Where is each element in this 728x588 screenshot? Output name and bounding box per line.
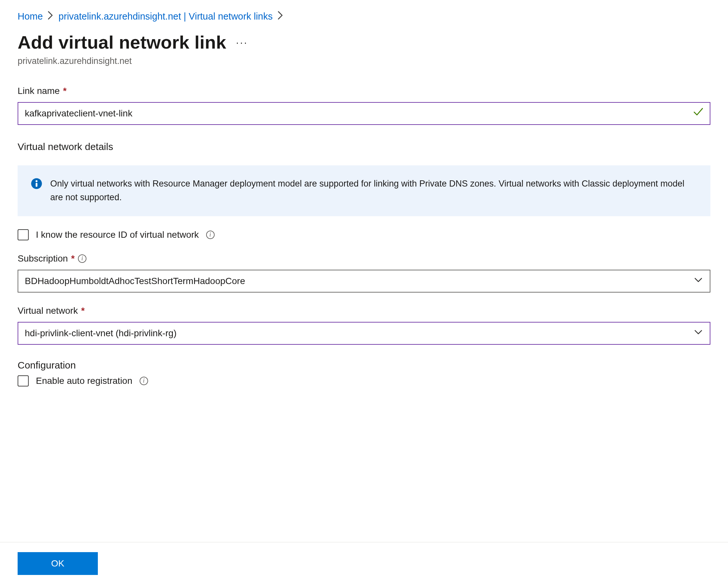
- info-icon: [31, 178, 42, 205]
- enable-auto-registration-label: Enable auto registration: [36, 376, 132, 386]
- configuration-heading: Configuration: [18, 360, 710, 371]
- know-resource-id-checkbox[interactable]: [18, 229, 29, 240]
- vnet-details-heading: Virtual network details: [18, 141, 710, 152]
- breadcrumb: Home privatelink.azurehdinsight.net | Vi…: [18, 4, 710, 22]
- info-banner-text: Only virtual networks with Resource Mana…: [50, 177, 697, 205]
- footer-bar: OK: [0, 542, 728, 588]
- info-banner: Only virtual networks with Resource Mana…: [18, 165, 710, 216]
- info-icon[interactable]: i: [78, 254, 86, 263]
- chevron-down-icon: [693, 327, 703, 339]
- svg-rect-2: [36, 183, 37, 187]
- page-title: Add virtual network link: [18, 31, 226, 53]
- page-subtitle: privatelink.azurehdinsight.net: [18, 56, 710, 66]
- breadcrumb-home[interactable]: Home: [18, 11, 43, 22]
- link-name-input[interactable]: [18, 102, 710, 125]
- required-indicator: *: [63, 86, 66, 96]
- breadcrumb-parent[interactable]: privatelink.azurehdinsight.net | Virtual…: [58, 11, 273, 22]
- subscription-label: Subscription * i: [18, 253, 710, 264]
- virtual-network-label: Virtual network *: [18, 306, 710, 316]
- required-indicator: *: [81, 306, 85, 316]
- more-actions-icon[interactable]: ···: [236, 37, 248, 48]
- info-icon[interactable]: i: [140, 377, 148, 385]
- required-indicator: *: [71, 253, 75, 264]
- info-icon[interactable]: i: [206, 231, 215, 239]
- ok-button[interactable]: OK: [18, 552, 98, 575]
- enable-auto-registration-checkbox[interactable]: [18, 375, 29, 386]
- chevron-right-icon: [278, 11, 283, 22]
- subscription-select[interactable]: BDHadoopHumboldtAdhocTestShortTermHadoop…: [18, 270, 710, 293]
- virtual-network-select[interactable]: hdi-privlink-client-vnet (hdi-privlink-r…: [18, 322, 710, 345]
- link-name-label: Link name *: [18, 86, 710, 96]
- svg-point-1: [36, 180, 38, 182]
- chevron-down-icon: [693, 275, 703, 287]
- check-icon: [693, 106, 704, 119]
- know-resource-id-label: I know the resource ID of virtual networ…: [36, 230, 199, 240]
- chevron-right-icon: [48, 11, 53, 22]
